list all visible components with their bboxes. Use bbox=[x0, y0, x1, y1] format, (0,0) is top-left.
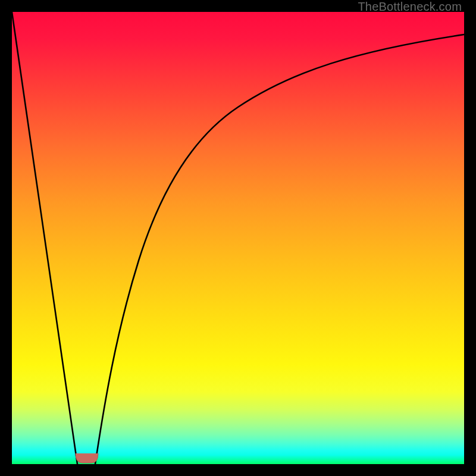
watermark-text: TheBottleneck.com bbox=[358, 0, 462, 14]
curve-layer bbox=[12, 12, 464, 464]
plot-area bbox=[12, 12, 464, 464]
chart-frame: TheBottleneck.com bbox=[0, 0, 476, 476]
curve-right bbox=[95, 35, 464, 464]
valley-marker bbox=[76, 453, 98, 463]
curve-left bbox=[12, 12, 77, 464]
